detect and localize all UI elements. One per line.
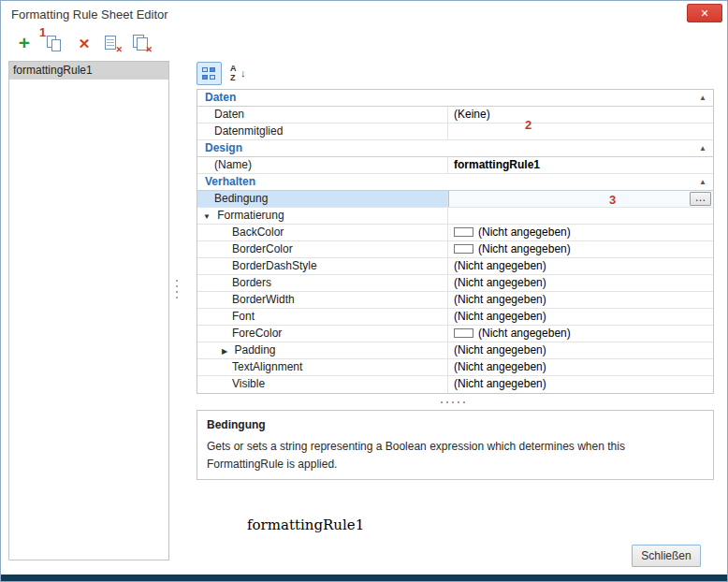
property-label: BackColor <box>232 226 284 239</box>
rule-preview-text: formattingRule1 <box>247 517 364 533</box>
property-row-datenmitglied[interactable]: Datenmitglied <box>197 124 713 140</box>
collapse-arrow-icon[interactable]: ▲ <box>699 174 706 190</box>
property-row-borders[interactable]: Borders (Nicht angegeben) <box>197 275 713 292</box>
property-label: BorderWidth <box>232 293 295 306</box>
collapse-arrow-icon[interactable]: ▲ <box>699 140 706 156</box>
remove-sheet-button[interactable]: ✕ <box>100 32 124 56</box>
color-swatch <box>454 328 473 338</box>
property-label: TextAlignment <box>232 360 302 373</box>
categorized-icon <box>202 67 216 80</box>
description-title: Bedingung <box>207 418 266 431</box>
ellipsis-button[interactable]: … <box>690 192 711 206</box>
property-label: Font <box>232 310 255 323</box>
delete-rule-button[interactable]: ✕ <box>72 32 96 56</box>
expanded-triangle-icon[interactable]: ▼ <box>203 212 211 221</box>
categorized-view-button[interactable] <box>197 62 222 85</box>
remove-all-sheets-button[interactable]: ✕ <box>130 32 154 56</box>
property-value: (Nicht angegeben) <box>454 276 546 289</box>
property-row-backcolor[interactable]: BackColor (Nicht angegeben) <box>197 225 713 241</box>
property-value: (Nicht angegeben) <box>454 259 546 272</box>
rule-list: formattingRule1 <box>8 61 169 560</box>
window-bottom-border <box>1 575 727 581</box>
property-value: (Nicht angegeben) <box>454 360 546 373</box>
property-label: Bedingung <box>214 192 268 205</box>
property-grid: Daten ▲ Daten (Keine) Datenmitglied Desi… <box>197 89 714 394</box>
description-panel: Bedingung Gets or sets a string represen… <box>197 410 714 480</box>
property-value: (Nicht angegeben) <box>454 293 546 306</box>
schliessen-button-label: Schließen <box>641 549 691 562</box>
color-swatch <box>454 227 473 237</box>
plus-icon: + <box>12 32 36 54</box>
alphabetical-view-button[interactable]: A Z ↓ <box>226 62 251 85</box>
property-row-font[interactable]: Font (Nicht angegeben) <box>197 309 713 326</box>
window-title: Formatting Rule Sheet Editor <box>11 7 168 22</box>
property-value: formattingRule1 <box>454 158 540 171</box>
category-label: Verhalten <box>205 174 255 190</box>
property-value: (Nicht angegeben) <box>478 242 571 255</box>
property-row-bordercolor[interactable]: BorderColor (Nicht angegeben) <box>197 241 713 258</box>
property-value: (Keine) <box>454 108 490 121</box>
property-value: (Nicht angegeben) <box>478 327 571 340</box>
property-label: Datenmitglied <box>214 124 283 138</box>
property-label: Daten <box>214 108 244 121</box>
property-label: (Name) <box>214 158 252 171</box>
property-value: (Nicht angegeben) <box>478 226 571 239</box>
delete-icon: ✕ <box>72 32 96 56</box>
collapse-arrow-icon[interactable]: ▲ <box>699 90 706 106</box>
property-row-borderwidth[interactable]: BorderWidth (Nicht angegeben) <box>197 292 713 309</box>
category-label: Daten <box>205 90 236 106</box>
formatting-rule-sheet-editor-window: Formatting Rule Sheet Editor ✕ + ✕ ✕ <box>0 0 728 582</box>
property-row-textalignment[interactable]: TextAlignment (Nicht angegeben) <box>197 359 713 376</box>
annotation-1: 1 <box>39 25 46 39</box>
titlebar: Formatting Rule Sheet Editor ✕ <box>1 1 727 29</box>
sort-az-icon: A <box>230 64 237 73</box>
property-value: (Nicht angegeben) <box>454 377 546 390</box>
property-label: BorderDashStyle <box>232 259 317 272</box>
property-label: Formatierung <box>217 209 284 222</box>
rule-list-item[interactable]: formattingRule1 <box>9 62 168 80</box>
add-rule-button[interactable]: + <box>12 32 36 56</box>
property-label: Padding <box>235 343 276 356</box>
property-label: BorderColor <box>232 242 293 255</box>
horizontal-splitter[interactable] <box>439 400 471 405</box>
property-row-daten[interactable]: Daten (Keine) <box>197 107 713 124</box>
documents-delete-icon: ✕ <box>130 32 154 56</box>
collapsed-triangle-icon[interactable]: ▶ <box>222 347 227 356</box>
property-row-padding[interactable]: ▶ Padding (Nicht angegeben) <box>197 342 713 359</box>
category-row-daten[interactable]: Daten ▲ <box>197 90 713 107</box>
property-row-forecolor[interactable]: ForeColor (Nicht angegeben) <box>197 326 713 342</box>
group-row-formatierung[interactable]: ▼ Formatierung <box>197 208 713 225</box>
category-label: Design <box>205 140 242 156</box>
property-label: ForeColor <box>232 327 282 340</box>
description-text: Gets or sets a string representing a Boo… <box>207 438 702 473</box>
category-row-verhalten[interactable]: Verhalten ▲ <box>197 174 713 191</box>
property-value: (Nicht angegeben) <box>454 310 546 323</box>
annotation-3: 3 <box>609 193 616 207</box>
window-close-button[interactable]: ✕ <box>687 4 722 22</box>
document-delete-icon: ✕ <box>100 32 124 56</box>
vertical-splitter[interactable] <box>174 278 180 302</box>
property-row-visible[interactable]: Visible (Nicht angegeben) <box>197 376 713 393</box>
category-row-design[interactable]: Design ▲ <box>197 140 713 157</box>
color-swatch <box>454 244 473 254</box>
annotation-2: 2 <box>525 118 531 132</box>
property-label: Borders <box>232 276 271 289</box>
schliessen-button[interactable]: Schließen <box>632 545 701 567</box>
ellipsis-icon: … <box>695 191 706 204</box>
close-icon: ✕ <box>700 7 708 19</box>
property-value: (Nicht angegeben) <box>454 343 546 356</box>
property-label: Visible <box>232 377 265 390</box>
property-row-name[interactable]: (Name) formattingRule1 <box>197 157 713 174</box>
property-row-borderdashstyle[interactable]: BorderDashStyle (Nicht angegeben) <box>197 258 713 275</box>
property-row-bedingung[interactable]: Bedingung … <box>197 191 713 208</box>
